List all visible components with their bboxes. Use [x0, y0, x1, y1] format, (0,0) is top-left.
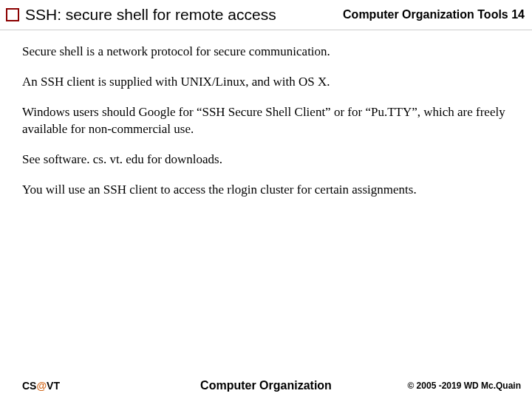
section-label: Computer Organization Tools	[343, 8, 508, 21]
paragraph-2: An SSH client is supplied with UNIX/Linu…	[22, 74, 510, 91]
paragraph-5: You will use an SSH client to access the…	[22, 182, 510, 199]
slide-title: SSH: secure shell for remote access	[25, 6, 328, 24]
footer-right: © 2005 -2019 WD Mc.Quain	[407, 381, 521, 391]
paragraph-3: Windows users should Google for “SSH Sec…	[22, 104, 510, 138]
page-number: 14	[511, 8, 525, 21]
header-section-page: Computer Organization Tools 14	[343, 8, 525, 21]
footer-vt: VT	[47, 380, 60, 392]
footer-center: Computer Organization	[200, 379, 332, 392]
square-icon	[6, 8, 19, 21]
slide-footer: CS@VT Computer Organization © 2005 -2019…	[0, 380, 532, 392]
footer-cs: CS	[22, 380, 36, 392]
paragraph-1: Secure shell is a network protocol for s…	[22, 44, 510, 61]
paragraph-4: See software. cs. vt. edu for downloads.	[22, 151, 510, 168]
slide-content: Secure shell is a network protocol for s…	[0, 30, 532, 199]
footer-at: @	[36, 380, 47, 392]
footer-left: CS@VT	[22, 380, 60, 392]
slide-header: SSH: secure shell for remote access Comp…	[0, 0, 532, 30]
